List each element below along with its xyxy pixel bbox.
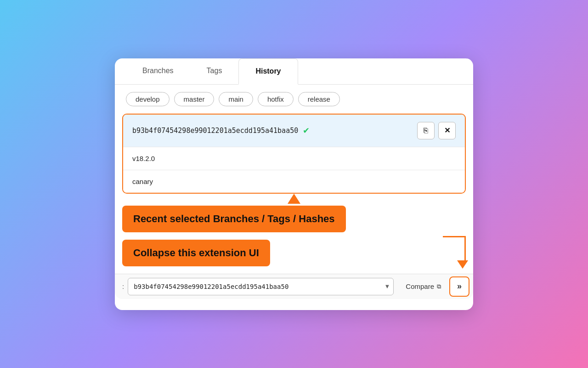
collapse-annotation-text: Collapse this extension UI [133, 247, 259, 259]
hash-row: b93b4f07454298e99012201a5ecdd195a41baa50… [132, 126, 310, 136]
hash-text: b93b4f07454298e99012201a5ecdd195a41baa50 [132, 126, 298, 135]
history-item-version[interactable]: v18.2.0 [123, 147, 465, 170]
l-arrow-head [457, 260, 468, 269]
bottom-prefix: : [115, 282, 128, 290]
history-box: b93b4f07454298e99012201a5ecdd195a41baa50… [122, 114, 466, 194]
annotations-section: Recent selected Branches / Tags / Hashes… [115, 194, 473, 274]
tab-history[interactable]: History [238, 58, 298, 85]
history-item-canary[interactable]: canary [123, 170, 465, 193]
copy-button[interactable]: ⎘ [417, 122, 435, 139]
collapse-toggle-button[interactable]: » [449, 276, 469, 297]
collapse-annotation-row: Collapse this extension UI [122, 240, 466, 274]
bottom-bar: : ▼ Compare ⧉ » [115, 274, 473, 299]
bottom-input-wrap: ▼ [128, 274, 397, 299]
hash-input[interactable] [128, 278, 394, 295]
close-icon: ✕ [444, 126, 450, 135]
copy-icon: ⎘ [424, 126, 428, 135]
action-buttons: ⎘ ✕ [417, 122, 456, 139]
main-card: Branches Tags History develop master mai… [115, 58, 473, 310]
canary-text: canary [132, 178, 153, 185]
chip-hotfix[interactable]: hotfix [258, 92, 294, 106]
compare-button[interactable]: Compare ⧉ [397, 278, 449, 295]
collapse-annotation-bubble: Collapse this extension UI [122, 240, 270, 266]
chip-develop[interactable]: develop [126, 92, 170, 106]
external-link-icon: ⧉ [437, 283, 441, 290]
tab-tags[interactable]: Tags [190, 58, 239, 85]
tabs-row: Branches Tags History [115, 58, 473, 85]
tab-branches[interactable]: Branches [126, 58, 190, 85]
chip-main[interactable]: main [219, 92, 253, 106]
recent-annotation-bubble: Recent selected Branches / Tags / Hashes [122, 206, 346, 232]
l-arrow-vertical [464, 237, 466, 260]
recent-annotation-wrap: Recent selected Branches / Tags / Hashes [122, 194, 466, 240]
compare-label: Compare [406, 282, 434, 290]
up-arrow-container [122, 194, 466, 204]
collapse-right-arrow [443, 236, 466, 269]
chip-release[interactable]: release [298, 92, 340, 106]
l-arrow [443, 236, 466, 269]
up-arrow-icon [288, 194, 300, 204]
check-icon: ✔ [303, 126, 310, 136]
chips-row: develop master main hotfix release [115, 85, 473, 114]
close-button[interactable]: ✕ [438, 122, 456, 139]
chevron-right-icon: » [457, 282, 462, 291]
history-item-hash: b93b4f07454298e99012201a5ecdd195a41baa50… [123, 115, 465, 147]
recent-annotation-text: Recent selected Branches / Tags / Hashes [133, 213, 335, 224]
version-text: v18.2.0 [132, 155, 155, 162]
chip-master[interactable]: master [174, 92, 215, 106]
